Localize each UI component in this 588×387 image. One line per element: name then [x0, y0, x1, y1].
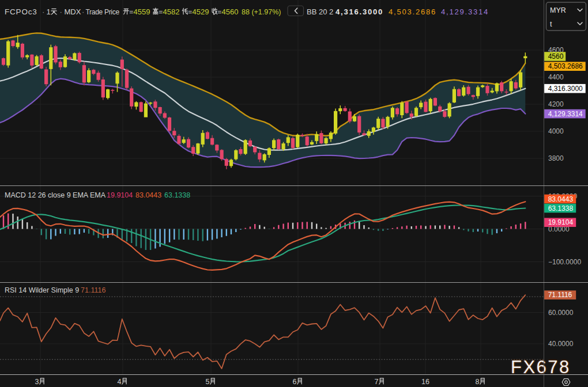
svg-text:83.0443: 83.0443 — [548, 195, 574, 203]
svg-text:·: · — [42, 7, 44, 16]
svg-text:4000: 4000 — [548, 127, 564, 135]
svg-text:4200: 4200 — [548, 100, 564, 108]
svg-text:4,316.3000: 4,316.3000 — [336, 7, 383, 16]
svg-text:19.9104: 19.9104 — [548, 218, 574, 226]
svg-text:4,503.2686: 4,503.2686 — [389, 7, 436, 16]
svg-text:4582: 4582 — [163, 7, 180, 16]
svg-text:71.1116: 71.1116 — [548, 291, 572, 299]
svg-text:4: 4 — [118, 378, 122, 386]
svg-text:MDX: MDX — [65, 7, 81, 16]
svg-text:3: 3 — [35, 378, 39, 386]
svg-text:4,129.3314: 4,129.3314 — [548, 110, 583, 118]
svg-text:63.1338: 63.1338 — [548, 204, 574, 213]
svg-text:FCPOc3: FCPOc3 — [5, 7, 37, 16]
svg-text:3800: 3800 — [548, 154, 564, 162]
svg-text:4529: 4529 — [193, 7, 209, 16]
svg-text:4560: 4560 — [222, 7, 239, 16]
svg-text:RSI 14 Wilder Simple 9: RSI 14 Wilder Simple 9 — [5, 286, 79, 294]
svg-text:BB 20 2: BB 20 2 — [307, 7, 333, 16]
svg-text:16: 16 — [421, 378, 429, 386]
svg-text:40.0000: 40.0000 — [548, 340, 574, 348]
svg-text:FX678: FX678 — [511, 357, 571, 377]
svg-text:=: = — [129, 8, 133, 16]
svg-text:4400: 4400 — [548, 73, 564, 81]
svg-text:6: 6 — [293, 378, 297, 386]
svg-text:4,503.2686: 4,503.2686 — [548, 62, 583, 70]
svg-text:8: 8 — [476, 378, 480, 386]
svg-text:Trade Price: Trade Price — [86, 8, 120, 16]
svg-text:63.1338: 63.1338 — [164, 191, 190, 199]
svg-text:=: = — [217, 8, 221, 16]
svg-text:4559: 4559 — [134, 7, 150, 16]
svg-text:·: · — [82, 7, 84, 16]
svg-text:=: = — [159, 8, 163, 16]
svg-text:MACD 12 26 close 9 EMA EMA: MACD 12 26 close 9 EMA EMA — [5, 191, 106, 199]
svg-text:4560: 4560 — [548, 52, 564, 60]
svg-text:4,316.3000: 4,316.3000 — [548, 85, 583, 93]
svg-text:7: 7 — [375, 378, 379, 386]
svg-text:19.9104: 19.9104 — [107, 191, 133, 199]
svg-text:71.1116: 71.1116 — [81, 286, 105, 294]
svg-text:−100.0000: −100.0000 — [548, 258, 581, 266]
svg-text:88 (+1.97%): 88 (+1.97%) — [242, 8, 281, 16]
svg-text:60.0000: 60.0000 — [548, 309, 574, 317]
svg-text:5: 5 — [206, 378, 210, 386]
svg-text:=: = — [188, 8, 192, 16]
svg-text:4,129.3314: 4,129.3314 — [441, 7, 489, 16]
svg-text:t: t — [550, 20, 552, 28]
svg-text:83.0443: 83.0443 — [135, 191, 161, 199]
svg-text:1: 1 — [47, 7, 51, 16]
svg-text:MYR: MYR — [550, 6, 566, 14]
svg-text:·: · — [60, 7, 62, 16]
